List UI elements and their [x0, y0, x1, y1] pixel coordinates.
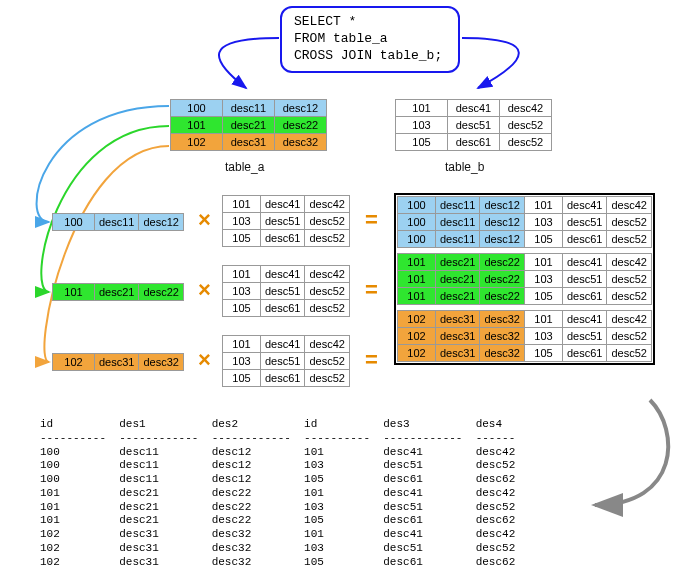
- mid-table-b-0: 101desc41desc42 103desc51desc52 105desc6…: [222, 195, 350, 247]
- table-b-caption: table_b: [445, 160, 484, 174]
- cross-join-result-box: 100desc11desc12101desc41desc42100desc11d…: [394, 193, 655, 365]
- table-a: 100desc11desc12 101desc21desc22 102desc3…: [170, 99, 327, 151]
- table-a-caption: table_a: [225, 160, 264, 174]
- table-b: 101desc41desc42 103desc51desc52 105desc6…: [395, 99, 552, 151]
- multiply-icon: ×: [198, 207, 211, 233]
- multiply-icon: ×: [198, 347, 211, 373]
- cross-join-result-table: 100desc11desc12101desc41desc42100desc11d…: [397, 196, 652, 362]
- sql-query-box: SELECT * FROM table_a CROSS JOIN table_b…: [280, 6, 460, 73]
- text-output-result: id des1 des2 id des3 des4 ---------- ---…: [40, 418, 528, 568]
- single-row-a-1: 101desc21desc22: [52, 283, 184, 301]
- mid-table-b-1: 101desc41desc42 103desc51desc52 105desc6…: [222, 265, 350, 317]
- sql-line: CROSS JOIN table_b;: [294, 48, 446, 65]
- equals-icon: =: [365, 207, 378, 233]
- multiply-icon: ×: [198, 277, 211, 303]
- single-row-a-0: 100desc11desc12: [52, 213, 184, 231]
- sql-line: SELECT *: [294, 14, 446, 31]
- single-row-a-2: 102desc31desc32: [52, 353, 184, 371]
- mid-table-b-2: 101desc41desc42 103desc51desc52 105desc6…: [222, 335, 350, 387]
- equals-icon: =: [365, 347, 378, 373]
- equals-icon: =: [365, 277, 378, 303]
- sql-line: FROM table_a: [294, 31, 446, 48]
